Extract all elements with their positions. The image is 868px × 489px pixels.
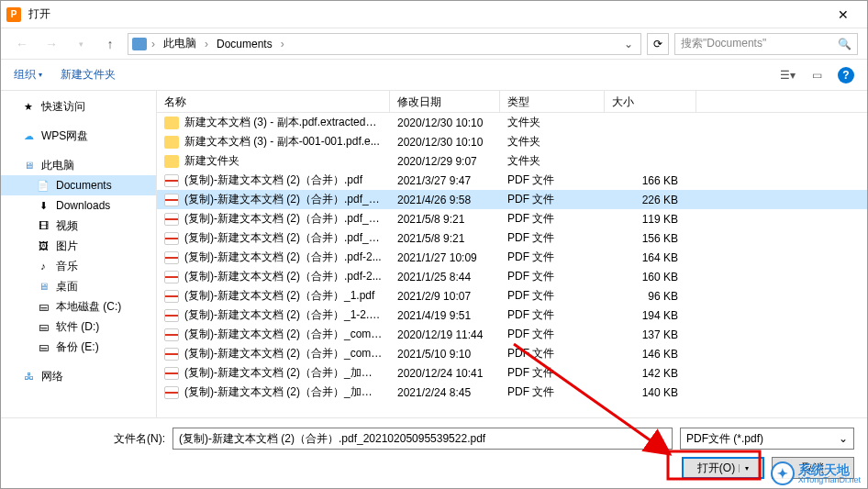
up-button[interactable]: ↑ (98, 32, 122, 56)
table-row[interactable]: (复制)-新建文本文档 (2)（合并）_1.pdf2021/2/9 10:07P… (157, 286, 867, 306)
col-size[interactable]: 大小 (605, 91, 696, 112)
file-name: (复制)-新建文本文档 (2)（合并）_comp... (184, 347, 386, 360)
pdf-icon (164, 328, 179, 341)
open-button[interactable]: 打开(O)▾ (682, 457, 764, 479)
file-size: 142 KB (605, 363, 696, 383)
pdf-icon (164, 194, 179, 206)
table-row[interactable]: (复制)-新建文本文档 (2)（合并）_comp...2020/12/19 11… (157, 325, 867, 344)
table-row[interactable]: 新建文本文档 (3) - 副本.pdf.extracted_i...2020/1… (157, 113, 867, 132)
back-button[interactable]: ← (10, 32, 34, 56)
image-icon: 🖼 (36, 239, 50, 253)
table-row[interactable]: (复制)-新建文本文档 (2)（合并）_comp...2021/5/10 9:1… (157, 344, 867, 363)
pdf-icon (164, 232, 179, 245)
col-date[interactable]: 修改日期 (390, 91, 500, 112)
navbar: ← → ▾ ↑ › 此电脑 › Documents › ⌄ ⟳ 搜索"Docum… (1, 28, 867, 60)
file-size: 156 KB (605, 228, 696, 249)
sidebar-item-downloads[interactable]: ⬇Downloads (1, 195, 156, 216)
pc-icon (132, 38, 147, 50)
pdf-icon (164, 251, 179, 264)
file-name: (复制)-新建文本文档 (2)（合并）.pdf (184, 173, 362, 186)
sidebar-item-drive-d[interactable]: 🖴软件 (D:) (1, 317, 156, 337)
file-size: 194 KB (605, 306, 696, 326)
drive-icon: 🖴 (36, 299, 50, 314)
file-name: (复制)-新建文本文档 (2)（合并）_1-2.pdf (184, 308, 384, 321)
sidebar-item-pictures[interactable]: 🖼图片 (1, 236, 156, 256)
sidebar-item-drive-e[interactable]: 🖴备份 (E:) (1, 337, 156, 357)
help-icon[interactable]: ? (838, 67, 854, 83)
file-type: PDF 文件 (500, 381, 605, 404)
file-name: (复制)-新建文本文档 (2)（合并）.pdf_2... (184, 193, 384, 206)
close-button[interactable]: ✕ (825, 2, 862, 28)
search-input[interactable]: 搜索"Documents" 🔍 (674, 33, 858, 55)
sidebar-item-music[interactable]: ♪音乐 (1, 256, 156, 276)
titlebar: P 打开 ✕ (1, 1, 867, 28)
list-header: 名称 修改日期 类型 大小 (157, 91, 867, 113)
sidebar-item-pc[interactable]: 🖥此电脑 (1, 155, 156, 175)
file-date: 2021/3/27 9:47 (390, 171, 500, 191)
chevron-down-icon[interactable]: ⌄ (657, 432, 666, 445)
file-size: 96 KB (605, 286, 696, 306)
organize-menu[interactable]: 组织▾ (14, 67, 42, 83)
table-row[interactable]: (复制)-新建文本文档 (2)（合并）.pdf-2...2021/1/27 10… (157, 248, 867, 267)
file-date: 2021/2/9 10:07 (390, 286, 500, 306)
table-row[interactable]: (复制)-新建文本文档 (2)（合并）.pdf_2...2021/4/26 9:… (157, 190, 867, 209)
breadcrumb-root[interactable]: 此电脑 (160, 36, 200, 51)
sidebar-item-wps[interactable]: ☁WPS网盘 (1, 126, 156, 146)
sidebar-item-network[interactable]: 🖧网络 (1, 366, 156, 386)
star-icon: ★ (21, 99, 36, 114)
file-date: 2020/12/30 10:10 (390, 132, 500, 152)
pc-icon: 🖥 (21, 158, 36, 172)
file-date: 2020/12/19 11:44 (390, 325, 500, 345)
search-placeholder: 搜索"Documents" (681, 36, 766, 51)
watermark-en: XiTongTianDi.net (798, 476, 861, 484)
file-size: 166 KB (605, 171, 696, 191)
table-row[interactable]: (复制)-新建文本文档 (2)（合并）.pdf_2...2021/5/8 9:2… (157, 228, 867, 248)
pdf-icon (164, 367, 179, 380)
file-date: 2021/4/26 9:58 (390, 190, 500, 210)
sidebar-item-videos[interactable]: 🎞视频 (1, 216, 156, 236)
col-name[interactable]: 名称 (157, 91, 390, 112)
sidebar-item-documents[interactable]: 📄Documents (1, 175, 156, 195)
file-name: (复制)-新建文本文档 (2)（合并）_加密.p... (184, 385, 390, 398)
file-name: (复制)-新建文本文档 (2)（合并）.pdf_2... (184, 212, 384, 225)
sidebar-item-drive-c[interactable]: 🖴本地磁盘 (C:) (1, 296, 156, 317)
recent-dropdown[interactable]: ▾ (69, 32, 93, 56)
file-name: 新建文本文档 (3) - 副本-001-001.pdf.e... (184, 135, 380, 148)
file-name: (复制)-新建文本文档 (2)（合并）.pdf-2... (184, 250, 382, 263)
table-row[interactable]: (复制)-新建文本文档 (2)（合并）.pdf2021/3/27 9:47PDF… (157, 171, 867, 190)
forward-button[interactable]: → (39, 32, 63, 56)
preview-pane-button[interactable]: ▭ (808, 68, 825, 83)
breadcrumb[interactable]: › 此电脑 › Documents › ⌄ (128, 33, 641, 55)
table-row[interactable]: (复制)-新建文本文档 (2)（合并）_1-2.pdf2021/4/19 9:5… (157, 306, 867, 325)
breadcrumb-folder[interactable]: Documents (213, 38, 276, 50)
sidebar-item-desktop[interactable]: 🖥桌面 (1, 276, 156, 296)
video-icon: 🎞 (36, 218, 50, 233)
window-title: 打开 (28, 6, 825, 22)
view-mode-button[interactable]: ☰▾ (779, 68, 796, 83)
chevron-down-icon[interactable]: ▾ (739, 464, 749, 472)
table-row[interactable]: 新建文本文档 (3) - 副本-001-001.pdf.e...2020/12/… (157, 132, 867, 151)
filename-input[interactable]: (复制)-新建文本文档 (2)（合并）.pdf_2021020509553952… (172, 428, 673, 450)
table-row[interactable]: (复制)-新建文本文档 (2)（合并）_加密.p...2020/12/24 10… (157, 363, 867, 383)
filetype-select[interactable]: PDF文件 (*.pdf) ⌄ (680, 428, 854, 450)
table-row[interactable]: (复制)-新建文本文档 (2)（合并）.pdf_2...2021/5/8 9:2… (157, 209, 867, 228)
pdf-icon (164, 213, 179, 226)
file-date: 2021/1/27 10:09 (390, 248, 500, 268)
document-icon: 📄 (36, 178, 50, 193)
new-folder-button[interactable]: 新建文件夹 (61, 67, 116, 83)
refresh-button[interactable]: ⟳ (647, 33, 669, 55)
pdf-icon (164, 348, 179, 361)
file-date: 2020/12/30 10:10 (390, 113, 500, 133)
sidebar-item-quick-access[interactable]: ★快速访问 (1, 96, 156, 117)
filename-value: (复制)-新建文本文档 (2)（合并）.pdf_2021020509553952… (179, 431, 485, 447)
table-row[interactable]: 新建文件夹2020/12/29 9:07文件夹 (157, 151, 867, 171)
col-type[interactable]: 类型 (500, 91, 605, 112)
drive-icon: 🖴 (36, 319, 50, 334)
table-row[interactable]: (复制)-新建文本文档 (2)（合并）_加密.p...2021/2/24 8:4… (157, 383, 867, 402)
table-row[interactable]: (复制)-新建文本文档 (2)（合并）.pdf-2...2021/1/25 8:… (157, 267, 867, 286)
cloud-icon: ☁ (21, 128, 36, 143)
breadcrumb-dropdown[interactable]: ⌄ (620, 38, 637, 50)
drive-icon: 🖴 (36, 339, 50, 354)
file-name: (复制)-新建文本文档 (2)（合并）_1.pdf (184, 289, 374, 302)
download-icon: ⬇ (36, 198, 50, 213)
